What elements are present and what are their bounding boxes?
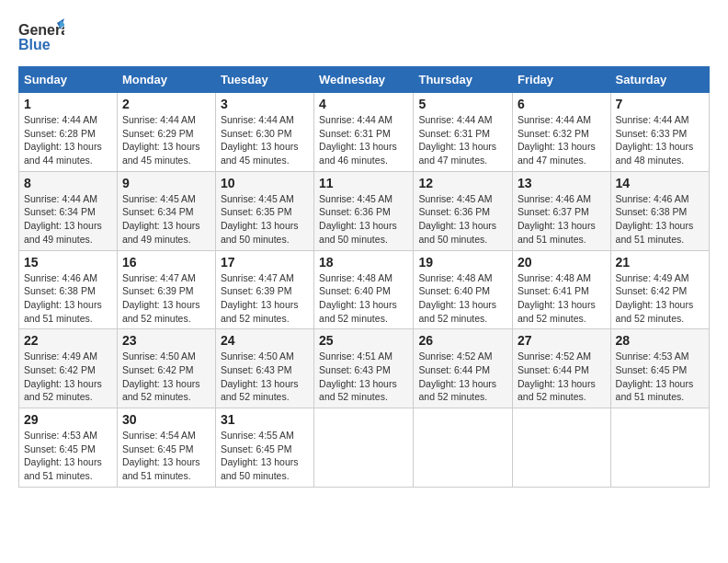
calendar-cell: 20 Sunrise: 4:48 AM Sunset: 6:41 PM Dayl… (513, 250, 611, 329)
day-info: Sunrise: 4:44 AM Sunset: 6:28 PM Dayligh… (24, 113, 112, 167)
day-info: Sunrise: 4:44 AM Sunset: 6:30 PM Dayligh… (221, 113, 309, 167)
calendar-cell: 31 Sunrise: 4:55 AM Sunset: 6:45 PM Dayl… (215, 408, 313, 488)
calendar-cell: 19 Sunrise: 4:48 AM Sunset: 6:40 PM Dayl… (414, 250, 513, 329)
day-number: 28 (616, 333, 704, 348)
day-info: Sunrise: 4:48 AM Sunset: 6:40 PM Dayligh… (418, 271, 507, 326)
day-info: Sunrise: 4:47 AM Sunset: 6:39 PM Dayligh… (221, 271, 309, 326)
day-info: Sunrise: 4:49 AM Sunset: 6:42 PM Dayligh… (616, 271, 704, 326)
day-info: Sunrise: 4:45 AM Sunset: 6:36 PM Dayligh… (319, 192, 408, 247)
day-info: Sunrise: 4:48 AM Sunset: 6:41 PM Dayligh… (518, 271, 606, 326)
day-info: Sunrise: 4:54 AM Sunset: 6:45 PM Dayligh… (122, 429, 210, 483)
day-number: 18 (319, 255, 408, 270)
day-info: Sunrise: 4:44 AM Sunset: 6:31 PM Dayligh… (418, 113, 507, 167)
column-header-wednesday: Wednesday (314, 67, 414, 93)
day-info: Sunrise: 4:45 AM Sunset: 6:36 PM Dayligh… (418, 192, 507, 247)
calendar-cell: 3 Sunrise: 4:44 AM Sunset: 6:30 PM Dayli… (215, 93, 313, 172)
day-number: 9 (122, 176, 210, 190)
calendar-cell: 30 Sunrise: 4:54 AM Sunset: 6:45 PM Dayl… (117, 408, 215, 488)
calendar-cell (414, 408, 513, 488)
day-info: Sunrise: 4:52 AM Sunset: 6:44 PM Dayligh… (418, 350, 507, 404)
column-header-tuesday: Tuesday (215, 67, 313, 93)
day-info: Sunrise: 4:51 AM Sunset: 6:43 PM Dayligh… (319, 350, 408, 404)
day-info: Sunrise: 4:52 AM Sunset: 6:44 PM Dayligh… (518, 350, 606, 404)
calendar-cell: 5 Sunrise: 4:44 AM Sunset: 6:31 PM Dayli… (414, 93, 513, 172)
day-number: 30 (122, 412, 210, 427)
calendar-cell (314, 408, 414, 488)
day-info: Sunrise: 4:44 AM Sunset: 6:33 PM Dayligh… (616, 113, 704, 167)
calendar-cell: 9 Sunrise: 4:45 AM Sunset: 6:34 PM Dayli… (117, 171, 215, 250)
calendar-cell: 23 Sunrise: 4:50 AM Sunset: 6:42 PM Dayl… (117, 329, 215, 408)
calendar-cell: 6 Sunrise: 4:44 AM Sunset: 6:32 PM Dayli… (513, 93, 611, 172)
day-info: Sunrise: 4:53 AM Sunset: 6:45 PM Dayligh… (24, 429, 112, 483)
day-info: Sunrise: 4:46 AM Sunset: 6:38 PM Dayligh… (616, 192, 704, 247)
calendar-cell: 17 Sunrise: 4:47 AM Sunset: 6:39 PM Dayl… (215, 250, 313, 329)
column-header-thursday: Thursday (414, 67, 513, 93)
day-number: 31 (221, 412, 309, 427)
day-number: 23 (122, 333, 210, 348)
calendar-cell: 11 Sunrise: 4:45 AM Sunset: 6:36 PM Dayl… (314, 171, 414, 250)
day-number: 15 (24, 255, 112, 270)
day-number: 20 (518, 255, 606, 270)
calendar-cell: 10 Sunrise: 4:45 AM Sunset: 6:35 PM Dayl… (215, 171, 313, 250)
day-number: 17 (221, 255, 309, 270)
day-info: Sunrise: 4:45 AM Sunset: 6:34 PM Dayligh… (122, 192, 210, 247)
day-info: Sunrise: 4:44 AM Sunset: 6:31 PM Dayligh… (319, 113, 408, 167)
calendar-cell: 27 Sunrise: 4:52 AM Sunset: 6:44 PM Dayl… (513, 329, 611, 408)
calendar-week-row: 29 Sunrise: 4:53 AM Sunset: 6:45 PM Dayl… (19, 408, 710, 488)
day-info: Sunrise: 4:48 AM Sunset: 6:40 PM Dayligh… (319, 271, 408, 326)
day-number: 13 (518, 176, 606, 190)
day-number: 19 (418, 255, 507, 270)
day-info: Sunrise: 4:45 AM Sunset: 6:35 PM Dayligh… (221, 192, 309, 247)
day-number: 2 (122, 97, 210, 111)
calendar-cell: 25 Sunrise: 4:51 AM Sunset: 6:43 PM Dayl… (314, 329, 414, 408)
day-info: Sunrise: 4:44 AM Sunset: 6:29 PM Dayligh… (122, 113, 210, 167)
day-number: 4 (319, 97, 408, 111)
day-info: Sunrise: 4:50 AM Sunset: 6:43 PM Dayligh… (221, 350, 309, 404)
calendar-table: SundayMondayTuesdayWednesdayThursdayFrid… (18, 66, 710, 488)
day-number: 16 (122, 255, 210, 270)
calendar-cell: 13 Sunrise: 4:46 AM Sunset: 6:37 PM Dayl… (513, 171, 611, 250)
calendar-week-row: 8 Sunrise: 4:44 AM Sunset: 6:34 PM Dayli… (19, 171, 710, 250)
day-number: 26 (418, 333, 507, 348)
calendar-week-row: 1 Sunrise: 4:44 AM Sunset: 6:28 PM Dayli… (19, 93, 710, 172)
calendar-cell: 26 Sunrise: 4:52 AM Sunset: 6:44 PM Dayl… (414, 329, 513, 408)
calendar-week-row: 22 Sunrise: 4:49 AM Sunset: 6:42 PM Dayl… (19, 329, 710, 408)
calendar-cell: 7 Sunrise: 4:44 AM Sunset: 6:33 PM Dayli… (610, 93, 709, 172)
calendar-cell (610, 408, 709, 488)
day-number: 27 (518, 333, 606, 348)
day-info: Sunrise: 4:44 AM Sunset: 6:32 PM Dayligh… (518, 113, 606, 167)
logo: General Blue (18, 18, 64, 57)
calendar-cell: 22 Sunrise: 4:49 AM Sunset: 6:42 PM Dayl… (19, 329, 118, 408)
day-number: 25 (319, 333, 408, 348)
calendar-cell: 14 Sunrise: 4:46 AM Sunset: 6:38 PM Dayl… (610, 171, 709, 250)
day-number: 12 (418, 176, 507, 190)
day-number: 10 (221, 176, 309, 190)
day-info: Sunrise: 4:46 AM Sunset: 6:37 PM Dayligh… (518, 192, 606, 247)
day-number: 1 (24, 97, 112, 111)
day-number: 7 (616, 97, 704, 111)
calendar-cell: 21 Sunrise: 4:49 AM Sunset: 6:42 PM Dayl… (610, 250, 709, 329)
column-header-sunday: Sunday (19, 67, 118, 93)
calendar-cell: 2 Sunrise: 4:44 AM Sunset: 6:29 PM Dayli… (117, 93, 215, 172)
day-info: Sunrise: 4:50 AM Sunset: 6:42 PM Dayligh… (122, 350, 210, 404)
calendar-cell (513, 408, 611, 488)
calendar-header-row: SundayMondayTuesdayWednesdayThursdayFrid… (19, 67, 710, 93)
column-header-monday: Monday (117, 67, 215, 93)
day-number: 6 (518, 97, 606, 111)
day-info: Sunrise: 4:49 AM Sunset: 6:42 PM Dayligh… (24, 350, 112, 404)
calendar-cell: 24 Sunrise: 4:50 AM Sunset: 6:43 PM Dayl… (215, 329, 313, 408)
day-info: Sunrise: 4:55 AM Sunset: 6:45 PM Dayligh… (221, 429, 309, 483)
calendar-cell: 29 Sunrise: 4:53 AM Sunset: 6:45 PM Dayl… (19, 408, 118, 488)
day-number: 29 (24, 412, 112, 427)
calendar-cell: 15 Sunrise: 4:46 AM Sunset: 6:38 PM Dayl… (19, 250, 118, 329)
day-info: Sunrise: 4:44 AM Sunset: 6:34 PM Dayligh… (24, 192, 112, 247)
calendar-week-row: 15 Sunrise: 4:46 AM Sunset: 6:38 PM Dayl… (19, 250, 710, 329)
column-header-saturday: Saturday (610, 67, 709, 93)
day-info: Sunrise: 4:53 AM Sunset: 6:45 PM Dayligh… (616, 350, 704, 404)
day-info: Sunrise: 4:47 AM Sunset: 6:39 PM Dayligh… (122, 271, 210, 326)
day-info: Sunrise: 4:46 AM Sunset: 6:38 PM Dayligh… (24, 271, 112, 326)
calendar-cell: 16 Sunrise: 4:47 AM Sunset: 6:39 PM Dayl… (117, 250, 215, 329)
day-number: 3 (221, 97, 309, 111)
svg-text:Blue: Blue (18, 37, 51, 52)
calendar-cell: 1 Sunrise: 4:44 AM Sunset: 6:28 PM Dayli… (19, 93, 118, 172)
